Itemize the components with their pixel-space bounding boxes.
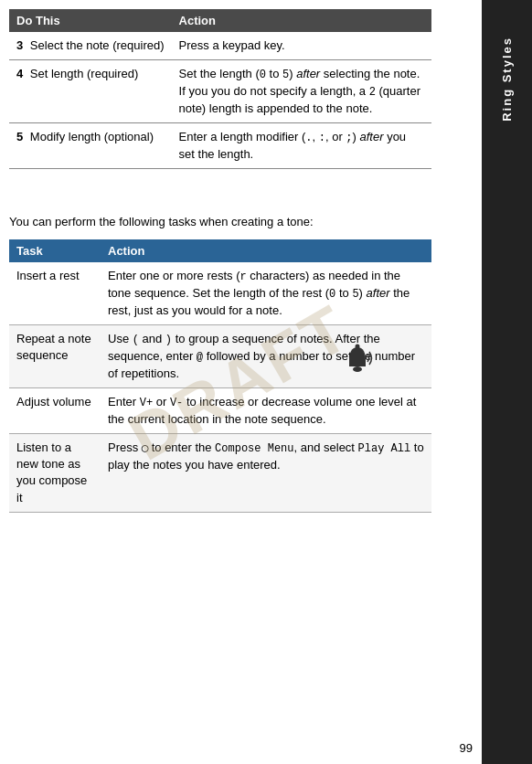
task-insert-rest-action: Enter one or more rests (r characters) a…: [101, 262, 431, 324]
table1-row3-col1: 3 Select the note (required): [9, 32, 172, 60]
sidebar-label: Ring Styles: [500, 37, 514, 122]
code-close-paren: ): [165, 334, 172, 346]
code-open-paren: (: [133, 334, 139, 346]
italic-after: after: [296, 67, 320, 80]
code-dot: .: [305, 132, 312, 144]
table1-row5-col2: Enter a length modifier (., :, or ;) aft…: [172, 122, 431, 168]
table-row: Adjust volume Enter V+ or V- to increase…: [9, 388, 431, 434]
task-volume-action: Enter V+ or V- to increase or decrease v…: [101, 388, 431, 434]
between-text: You can perform the following tasks when…: [9, 213, 431, 231]
italic-after3: after: [367, 286, 390, 300]
row-number: 3: [16, 37, 23, 54]
steps-table: Do This Action 3 Select the note (requir…: [9, 9, 431, 169]
page-container: Do This Action 3 Select the note (requir…: [0, 0, 532, 764]
code-compose-menu: Compose Menu: [215, 442, 293, 455]
code-5b: 5: [352, 288, 358, 301]
table2-header-col2: Action: [101, 239, 431, 262]
row-number: 4: [16, 66, 23, 82]
page-number: 99: [460, 741, 473, 755]
row3-label: Select the note (required): [30, 38, 165, 52]
table-row: Insert a rest Enter one or more rests (r…: [9, 262, 431, 324]
code-0b: 0: [329, 288, 335, 301]
table-row: 5 Modify length (optional) Enter a lengt…: [9, 122, 431, 168]
table1-header-col2: Action: [172, 9, 431, 32]
task-repeat-label: Repeat a note sequence: [9, 325, 101, 388]
table1-row3-col2: Press a keypad key.: [172, 32, 431, 60]
task-volume-label: Adjust volume: [9, 388, 101, 434]
table1-row5-col1: 5 Modify length (optional): [9, 122, 172, 168]
table-row: 3 Select the note (required) Press a key…: [9, 32, 431, 60]
table1-header-col1: Do This: [9, 9, 172, 32]
row5-label: Modify length (optional): [30, 130, 154, 143]
code-at: @: [197, 351, 203, 364]
task-listen-action: Press ◯ to enter the Compose Menu, and s…: [101, 434, 431, 513]
table1-row4-col2: Set the length (0 to 5) after selecting …: [172, 60, 431, 123]
code-r: r: [240, 271, 247, 283]
code-colon: :: [319, 132, 325, 144]
row4-label: Set length (required): [30, 67, 139, 80]
code-5: 5: [282, 69, 289, 81]
code-vminus: V-: [170, 397, 183, 409]
italic-after2: after: [360, 130, 384, 143]
code-semi: ;: [346, 132, 352, 144]
table1-row4-col1: 4 Set length (required): [9, 60, 172, 123]
row-number: 5: [16, 129, 23, 145]
table2-header-col1: Task: [9, 239, 101, 262]
right-sidebar: Ring Styles: [482, 0, 532, 764]
task-listen-label: Listen to a new tone as you compose it: [9, 434, 101, 513]
task-repeat-action: Use ( and ) to group a sequence of notes…: [101, 325, 431, 388]
bell-icon: [340, 342, 375, 377]
code-2: 2: [369, 86, 376, 99]
main-content: Do This Action 3 Select the note (requir…: [0, 0, 482, 764]
bell-icon-area: [340, 342, 377, 378]
code-vplus: V+: [140, 397, 153, 409]
code-0: 0: [260, 69, 266, 81]
task-insert-rest-label: Insert a rest: [9, 262, 101, 324]
svg-point-1: [356, 344, 360, 348]
table-row: 4 Set length (required) Set the length (…: [9, 60, 431, 123]
code-menu-btn: ◯: [142, 442, 148, 455]
code-play-all: Play All: [358, 442, 411, 455]
svg-point-0: [353, 366, 362, 372]
table-row: Listen to a new tone as you compose it P…: [9, 434, 431, 513]
